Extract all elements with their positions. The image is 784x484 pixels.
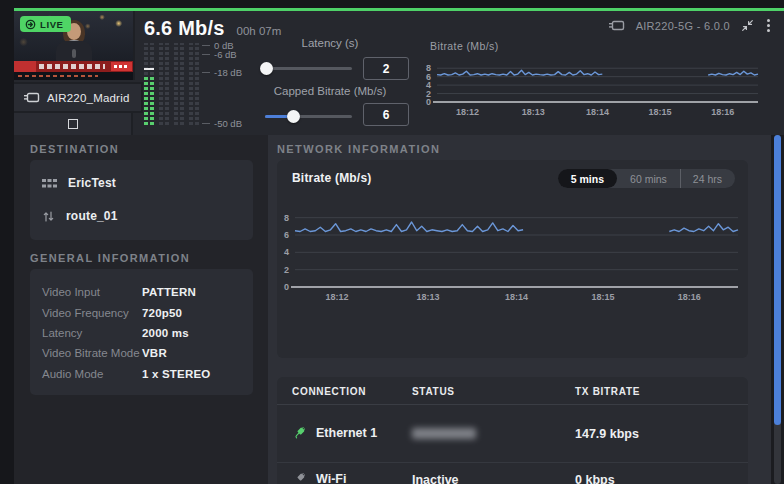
destination-item-route01[interactable]: route_01 (42, 209, 118, 223)
svg-text:0: 0 (426, 97, 431, 107)
svg-text:18:12: 18:12 (456, 107, 479, 117)
broadcast-arrow-icon (25, 19, 36, 30)
audio-meter-channel (144, 43, 154, 125)
svg-text:18:16: 18:16 (711, 107, 734, 117)
scrollbar-thumb[interactable] (774, 135, 781, 425)
range-tab-5mins[interactable]: 5 mins (558, 169, 617, 188)
live-badge: LIVE (20, 16, 71, 32)
connection-name: Wi-Fi (316, 472, 346, 484)
svg-text:8: 8 (284, 213, 289, 223)
capped-bitrate-slider[interactable] (265, 115, 352, 118)
header-bitrate-chart: 8642018:1218:1318:1418:1518:16 (420, 60, 768, 118)
table-row-ethernet1[interactable]: Ethernet 1 147.9 kbps (277, 404, 748, 463)
latency-slider-thumb[interactable] (260, 62, 273, 75)
tx-bitrate-value: 0 kbps (575, 473, 615, 484)
latency-label: Latency (s) (253, 37, 407, 49)
audio-meter-channel (159, 43, 169, 125)
version-row: AIR220-5G - 6.0.0 (609, 17, 772, 34)
tx-bitrate-value: 147.9 kbps (575, 427, 639, 441)
kebab-menu-icon[interactable] (765, 17, 772, 34)
audio-meter-channel (174, 43, 184, 125)
capped-bitrate-label: Capped Bitrate (Mb/s) (253, 85, 407, 97)
grid-icon (42, 178, 57, 189)
audio-meters (144, 43, 200, 125)
latency-input[interactable]: 2 (363, 57, 409, 80)
svg-text:18:13: 18:13 (416, 292, 439, 302)
general-information-card: Video Input PATTERN Video Frequency 720p… (30, 269, 253, 395)
db-label: -18 dB (214, 67, 242, 78)
network-chart-card: Bitrate (Mb/s) 5 mins 60 mins 24 hrs 864… (277, 160, 748, 358)
capped-bitrate-input[interactable]: 6 (363, 103, 409, 126)
wifi-plug-icon (292, 471, 307, 484)
status-value: Inactive (412, 473, 459, 484)
status-redacted (412, 428, 476, 439)
stop-icon (68, 119, 78, 129)
col-connection: CONNECTION (292, 386, 366, 397)
svg-text:18:15: 18:15 (591, 292, 614, 302)
svg-text:0: 0 (284, 282, 289, 292)
table-header-row: CONNECTION STATUS TX BITRATE (277, 377, 748, 405)
ethernet-plug-icon (292, 425, 307, 440)
network-bitrate-chart: 8642018:1218:1318:1418:1518:16 (277, 205, 748, 303)
svg-text:2: 2 (284, 265, 289, 275)
svg-text:18:14: 18:14 (505, 292, 528, 302)
destination-item-label: route_01 (66, 209, 118, 223)
vertical-scrollbar (771, 135, 784, 484)
time-range-selector: 5 mins 60 mins 24 hrs (558, 169, 735, 188)
live-label: LIVE (40, 19, 64, 30)
info-row-audio-mode: Audio Mode 1 x STEREO (42, 364, 245, 384)
destination-item-label: EricTest (68, 176, 116, 190)
bitrate-value: 6.6 Mb/s (144, 17, 225, 40)
destination-title: DESTINATION (30, 143, 119, 155)
db-label: -6 dB (214, 49, 237, 60)
device-name-row[interactable]: AIR220_Madrid (14, 82, 143, 113)
db-label: -50 dB (214, 118, 242, 129)
svg-text:18:16: 18:16 (678, 292, 701, 302)
general-information-title: GENERAL INFORMATION (30, 252, 190, 264)
encoder-device-icon (609, 20, 625, 31)
svg-text:6: 6 (284, 230, 289, 240)
network-chart-title: Bitrate (Mb/s) (292, 171, 371, 185)
header-bar: LIVE AIR220_Madrid 6.6 Mb/s 00h 07m 0 dB… (14, 8, 784, 135)
device-version: AIR220-5G - 6.0.0 (636, 20, 730, 32)
svg-text:18:13: 18:13 (522, 107, 545, 117)
table-row-wifi[interactable]: Wi-Fi Inactive 0 kbps (277, 463, 748, 484)
svg-text:18:14: 18:14 (586, 107, 609, 117)
uptime-value: 00h 07m (237, 25, 282, 37)
video-thumbnail[interactable]: LIVE (14, 11, 135, 80)
main-content: DESTINATION EricTest route_01 GENERAL IN… (14, 135, 771, 484)
encoder-device-icon (24, 92, 40, 103)
latency-slider[interactable] (265, 67, 352, 70)
collapse-icon[interactable] (741, 19, 754, 32)
network-information-title: NETWORK INFORMATION (277, 143, 440, 155)
destination-card: EricTest route_01 (30, 160, 253, 240)
range-tab-24hrs[interactable]: 24 hrs (680, 169, 735, 188)
range-tab-60mins[interactable]: 60 mins (617, 169, 680, 188)
col-status: STATUS (412, 386, 455, 397)
col-tx-bitrate: TX BITRATE (575, 386, 640, 397)
route-icon (42, 210, 55, 223)
tv-news-logo (111, 62, 132, 71)
svg-text:18:12: 18:12 (326, 292, 349, 302)
connections-table-card: CONNECTION STATUS TX BITRATE Ethernet 1 (277, 377, 748, 484)
app-root: LIVE AIR220_Madrid 6.6 Mb/s 00h 07m 0 dB… (0, 0, 784, 484)
info-row-latency: Latency 2000 ms (42, 323, 245, 343)
info-row-video-bitrate-mode: Video Bitrate Mode VBR (42, 343, 245, 363)
capped-bitrate-slider-thumb[interactable] (287, 110, 300, 123)
peak-marker (144, 68, 154, 70)
destination-item-erictest[interactable]: EricTest (42, 176, 116, 190)
svg-text:4: 4 (284, 247, 289, 257)
stop-button[interactable] (14, 113, 133, 135)
info-row-video-frequency: Video Frequency 720p50 (42, 302, 245, 322)
news-ticker (14, 61, 133, 72)
info-row-video-input: Video Input PATTERN (42, 282, 245, 302)
svg-text:18:15: 18:15 (649, 107, 672, 117)
db-scale: 0 dB -6 dB -18 dB -50 dB (202, 43, 262, 125)
header-chart-title: Bitrate (Mb/s) (430, 40, 499, 52)
device-name: AIR220_Madrid (47, 92, 130, 104)
connection-name: Ethernet 1 (316, 426, 377, 440)
audio-meter-channel (189, 43, 199, 125)
